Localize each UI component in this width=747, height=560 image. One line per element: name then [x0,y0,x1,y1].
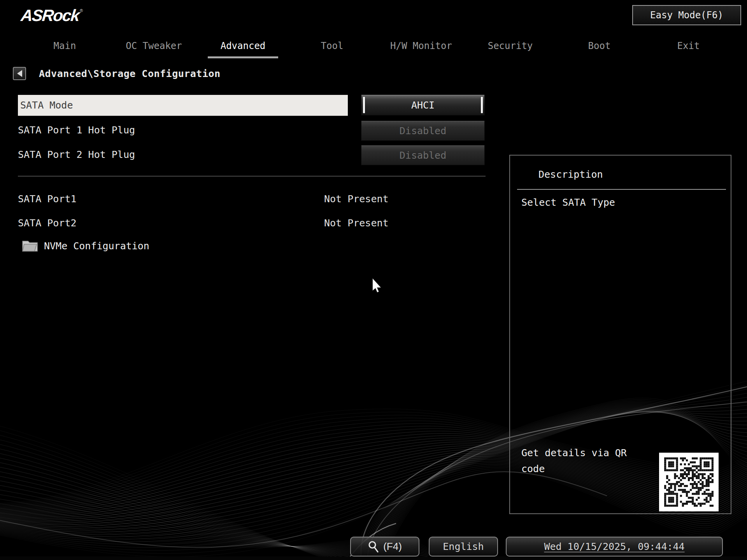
row-sata-port1-hotplug[interactable]: SATA Port 1 Hot Plug [18,119,135,140]
row-sata-port2: SATA Port2 [18,212,77,233]
tab-oc-tweaker[interactable]: OC Tweaker [109,37,198,58]
datetime-display[interactable]: Wed 10/15/2025, 09:44:44 [506,537,723,556]
menu-tab-bar: Main OC Tweaker Advanced Tool H/W Monito… [20,37,734,58]
sata-port1-status: Not Present [324,188,389,209]
asrock-logo: ASRock ® [21,5,122,26]
section-divider [18,176,486,177]
search-icon [368,541,379,553]
sata-port1-hotplug-value: Disabled [361,121,485,141]
row-sata-port1: SATA Port1 [18,188,77,209]
dropdown-left-grip [363,97,365,113]
sata-mode-value: AHCI [411,100,435,111]
qr-caption: Get details via QR code [521,445,646,477]
easy-mode-button[interactable]: Easy Mode(F6) [632,5,741,25]
submenu-nvme-configuration[interactable]: NVMe Configuration [44,235,149,256]
sata-port2-status: Not Present [324,212,389,233]
search-button[interactable]: (F4) [350,537,419,556]
qr-code [659,453,719,511]
description-title: Description [538,169,603,180]
mouse-cursor [372,278,382,293]
tab-advanced[interactable]: Advanced [198,37,288,58]
tab-hw-monitor[interactable]: H/W Monitor [377,37,466,58]
asrock-logo-text: ASRock [20,6,80,25]
dropdown-right-grip [481,97,483,113]
sata-port2-hotplug-value: Disabled [361,145,485,165]
description-panel: Description Select SATA Type Get details… [509,155,731,514]
tab-exit[interactable]: Exit [644,37,733,58]
folder-icon [22,238,39,253]
registered-trademark: ® [80,8,83,13]
tab-boot[interactable]: Boot [555,37,644,58]
sata-mode-value-dropdown[interactable]: AHCI [361,94,485,116]
back-button[interactable] [13,67,26,80]
bottom-edge-strip [0,556,747,560]
tab-security[interactable]: Security [466,37,555,58]
description-text: Select SATA Type [521,197,615,208]
row-sata-mode[interactable]: SATA Mode [18,95,348,116]
tab-tool[interactable]: Tool [288,37,377,58]
breadcrumb: Advanced\Storage Configuration [39,67,221,80]
language-button[interactable]: English [429,537,498,556]
back-arrow-icon [17,70,22,77]
row-sata-port2-hotplug[interactable]: SATA Port 2 Hot Plug [18,144,135,165]
datetime-text: Wed 10/15/2025, 09:44:44 [544,541,684,552]
search-hotkey-label: (F4) [383,541,402,553]
tab-main[interactable]: Main [20,37,109,58]
description-divider [517,189,726,190]
